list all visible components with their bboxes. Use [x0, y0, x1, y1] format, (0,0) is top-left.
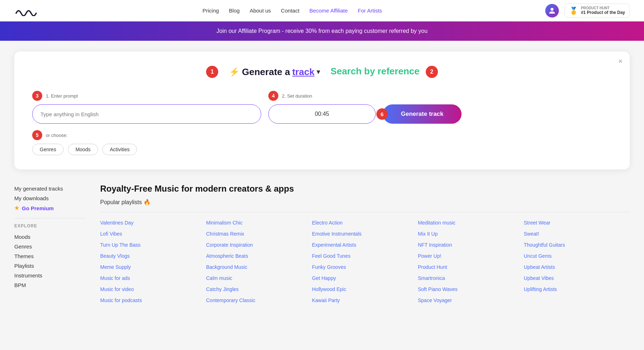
playlist-link[interactable]: Experimental Artists	[312, 240, 418, 251]
playlist-link[interactable]: Mix It Up	[418, 228, 524, 240]
playlist-link[interactable]: Power Up!	[418, 251, 524, 262]
nav-right: 🥇 PRODUCT HUNT #1 Product of the Day	[545, 4, 630, 18]
sidebar-divider	[14, 218, 86, 218]
nav-become-affiliate[interactable]: Become Affiliate	[309, 8, 348, 14]
banner-text: Join our Affiliate Program - receive 30%…	[216, 28, 428, 34]
generate-tab[interactable]: ⚡ Generate a track ▾	[229, 66, 320, 78]
nav-links: Pricing Blog About us Contact Become Aff…	[203, 8, 382, 14]
or-choose-label: or choose:	[46, 133, 68, 138]
step-badge-2: 2	[426, 66, 438, 78]
playlist-link[interactable]: Beauty Vlogs	[100, 251, 206, 262]
step-badge-3: 3	[32, 91, 42, 101]
generate-button[interactable]: Generate track	[383, 104, 462, 124]
affiliate-banner[interactable]: Join our Affiliate Program - receive 30%…	[0, 21, 644, 41]
playlist-link[interactable]: Catchy Jingles	[206, 284, 312, 295]
playlist-link[interactable]: Lofi Vibes	[100, 228, 206, 240]
playlist-link[interactable]: Christmas Remix	[206, 228, 312, 240]
navbar: Pricing Blog About us Contact Become Aff…	[0, 0, 644, 21]
sidebar-go-premium[interactable]: ★ Go Premium	[14, 203, 86, 213]
sidebar-instruments[interactable]: Instruments	[14, 271, 86, 280]
playlist-link[interactable]: Uplifting Artists	[524, 284, 630, 295]
playlist-link[interactable]: Soft Piano Waves	[418, 284, 524, 295]
playlist-link[interactable]: Thoughtful Guitars	[524, 240, 630, 251]
premium-label: Go Premium	[22, 205, 54, 211]
sidebar-my-downloads[interactable]: My downloads	[14, 193, 86, 203]
playlist-link[interactable]: Background Music	[206, 262, 312, 273]
avatar[interactable]	[545, 4, 559, 18]
playlist-link[interactable]: Music for video	[100, 284, 206, 295]
prompt-input[interactable]	[32, 104, 261, 124]
sidebar-my-tracks[interactable]: My generated tracks	[14, 184, 86, 193]
playlist-link[interactable]: Get Happy	[312, 273, 418, 284]
sidebar-themes[interactable]: Themes	[14, 251, 86, 261]
duration-input[interactable]	[268, 104, 376, 124]
playlist-link[interactable]: Hollywood Epic	[312, 284, 418, 295]
nav-about[interactable]: About us	[250, 8, 271, 14]
logo[interactable]	[14, 5, 39, 16]
generator-form: 3 1. Enter prompt 4 2. Set duration 6	[32, 91, 612, 124]
playlist-link[interactable]: Music for podcasts	[100, 295, 206, 306]
playlist-link[interactable]: Kawaii Party	[312, 295, 418, 306]
playlist-col-2: Electro ActionEmotive InstrumentalsExper…	[312, 212, 418, 306]
product-hunt-badge[interactable]: 🥇 PRODUCT HUNT #1 Product of the Day	[565, 4, 630, 18]
playlist-col-1: Minimalism ChicChristmas RemixCorporate …	[206, 212, 312, 306]
search-reference-tab[interactable]: Search by reference 2	[331, 66, 438, 78]
playlist-link[interactable]: Upbeat Artists	[524, 262, 630, 273]
sidebar-moods[interactable]: Moods	[14, 232, 86, 242]
playlist-link[interactable]: Turn Up The Bass	[100, 240, 206, 251]
ph-rank: #1 Product of the Day	[581, 10, 625, 15]
playlist-link[interactable]: Electro Action	[312, 217, 418, 228]
prompt-label: 1. Enter prompt	[46, 93, 78, 99]
playlist-link[interactable]: Meditation music	[418, 217, 524, 228]
star-icon: ★	[14, 205, 19, 211]
bottom-section: My generated tracks My downloads ★ Go Pr…	[14, 184, 630, 306]
sidebar-genres[interactable]: Genres	[14, 242, 86, 251]
nav-blog[interactable]: Blog	[229, 8, 240, 14]
sidebar-bpm[interactable]: BPM	[14, 280, 86, 290]
playlist-link[interactable]: Product Hunt	[418, 262, 524, 273]
explore-label: EXPLORE	[14, 223, 86, 228]
playlist-link[interactable]: Smartronica	[418, 273, 524, 284]
playlist-link[interactable]: Upbeat Vibes	[524, 273, 630, 284]
playlist-col-3: Meditation musicMix It UpNFT Inspiration…	[418, 212, 524, 306]
nav-pricing[interactable]: Pricing	[203, 8, 219, 14]
generator-header: 1 ⚡ Generate a track ▾ Search by referen…	[32, 66, 612, 78]
playlist-link[interactable]: Emotive Instrumentals	[312, 228, 418, 240]
playlist-link[interactable]: Corporate Inspiration	[206, 240, 312, 251]
playlist-link[interactable]: Music for ads	[100, 273, 206, 284]
playlist-link[interactable]: Meme Supply	[100, 262, 206, 273]
ph-medal-icon: 🥇	[569, 6, 578, 15]
playlist-link[interactable]: Sweat!	[524, 228, 630, 240]
tab1-track-word: track	[292, 66, 314, 78]
playlist-link[interactable]: Contemporary Classic	[206, 295, 312, 306]
playlist-link[interactable]: Calm music	[206, 273, 312, 284]
playlist-link[interactable]: Street Wear	[524, 217, 630, 228]
moods-pill[interactable]: Moods	[68, 144, 98, 155]
content-area: Royalty-Free Music for modern creators &…	[100, 184, 630, 306]
playlist-link[interactable]: Feel Good Tunes	[312, 251, 418, 262]
nav-contact[interactable]: Contact	[281, 8, 299, 14]
generate-group: 6 Generate track	[383, 91, 462, 124]
playlist-link[interactable]: NFT Inspiration	[418, 240, 524, 251]
lightning-icon: ⚡	[229, 67, 240, 77]
playlist-link[interactable]: Funky Grooves	[312, 262, 418, 273]
playlist-link[interactable]: Atmospheric Beats	[206, 251, 312, 262]
playlist-link[interactable]: Space Voyager	[418, 295, 524, 306]
duration-group: 4 2. Set duration	[268, 91, 376, 124]
step-badge-4: 4	[268, 91, 278, 101]
or-choose-section: 5 or choose: Genres Moods Activities	[32, 130, 612, 155]
content-title: Royalty-Free Music for modern creators &…	[100, 184, 630, 194]
playlist-link[interactable]: Valentines Day	[100, 217, 206, 228]
generator-card: × 1 ⚡ Generate a track ▾ Search by refer…	[14, 51, 630, 169]
close-button[interactable]: ×	[618, 57, 623, 65]
playlist-col-4: Street WearSweat!Thoughtful GuitarsUncut…	[524, 212, 630, 306]
step-badge-6: 6	[376, 108, 388, 120]
nav-for-artists[interactable]: For Artists	[358, 8, 382, 14]
playlist-col-0: Valentines DayLofi VibesTurn Up The Bass…	[100, 212, 206, 306]
playlist-link[interactable]: Uncut Gems	[524, 251, 630, 262]
genres-pill[interactable]: Genres	[32, 144, 64, 155]
dropdown-arrow-icon[interactable]: ▾	[317, 68, 320, 76]
sidebar-playlists[interactable]: Playlists	[14, 261, 86, 271]
activities-pill[interactable]: Activities	[102, 144, 137, 155]
playlist-link[interactable]: Minimalism Chic	[206, 217, 312, 228]
